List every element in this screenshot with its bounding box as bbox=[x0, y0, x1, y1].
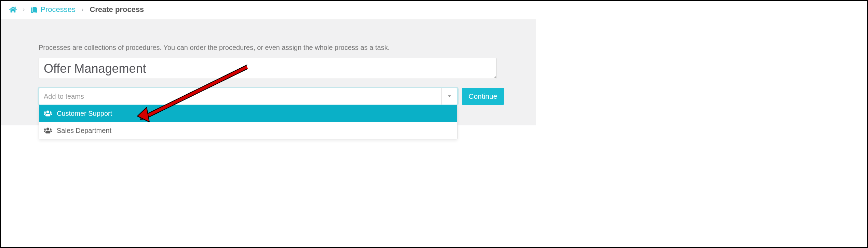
teams-option-label: Sales Department bbox=[57, 127, 111, 135]
breadcrumb-current: Create process bbox=[90, 5, 144, 14]
teams-option[interactable]: Customer Support bbox=[39, 105, 457, 122]
process-title-input[interactable] bbox=[39, 58, 497, 79]
breadcrumb: › Processes › Create process bbox=[1, 1, 536, 20]
users-icon bbox=[44, 127, 52, 134]
breadcrumb-separator: › bbox=[23, 6, 25, 13]
breadcrumb-processes-link[interactable]: Processes bbox=[31, 5, 76, 14]
teams-option-label: Customer Support bbox=[57, 110, 112, 118]
chevron-down-icon bbox=[446, 93, 452, 99]
breadcrumb-separator: › bbox=[82, 6, 83, 13]
teams-select-placeholder[interactable]: Add to teams bbox=[39, 88, 441, 105]
continue-button[interactable]: Continue bbox=[462, 88, 504, 105]
breadcrumb-processes-label: Processes bbox=[40, 5, 76, 14]
help-text: Processes are collections of procedures.… bbox=[39, 44, 497, 52]
teams-option[interactable]: Sales Department bbox=[39, 122, 457, 139]
teams-select-menu: Customer Support Sales Department bbox=[39, 105, 458, 139]
teams-select-toggle[interactable] bbox=[441, 88, 457, 105]
home-icon bbox=[9, 6, 17, 13]
copy-icon bbox=[31, 6, 38, 13]
teams-select[interactable]: Add to teams Customer Support Sales Depa bbox=[39, 88, 458, 105]
users-icon bbox=[44, 110, 52, 117]
breadcrumb-home-link[interactable] bbox=[9, 6, 17, 13]
